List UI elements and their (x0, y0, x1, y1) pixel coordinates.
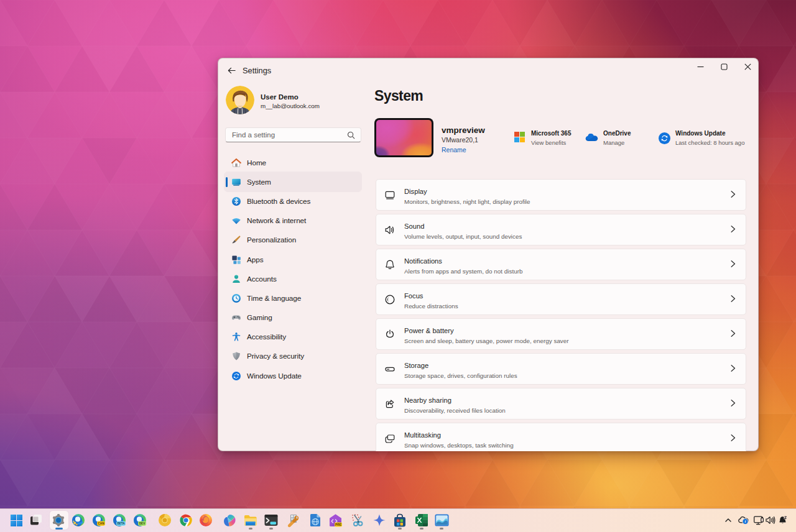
svg-text:DEV: DEV (139, 522, 145, 525)
svg-text:PRE: PRE (335, 523, 342, 526)
svg-text:CAN: CAN (98, 522, 104, 525)
svg-text:i: i (745, 519, 746, 523)
svg-text:BETA: BETA (117, 522, 125, 525)
